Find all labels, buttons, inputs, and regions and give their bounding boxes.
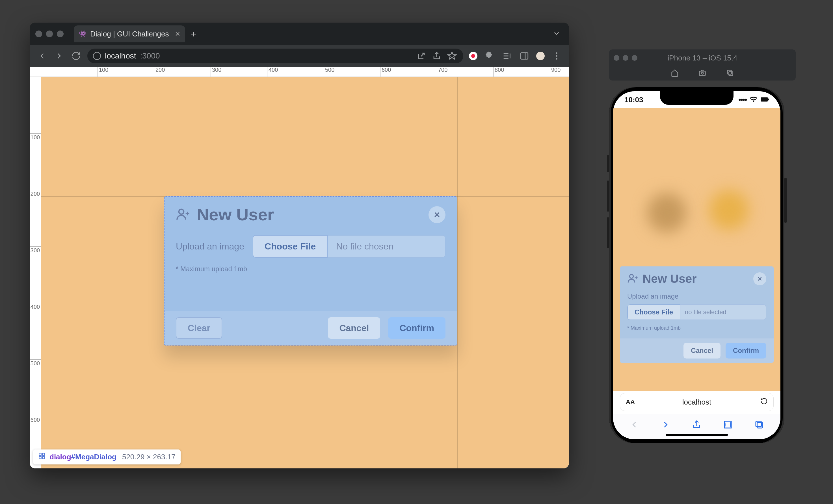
dialog-close-button[interactable] (753, 272, 766, 285)
add-user-icon (627, 273, 639, 285)
grid-icon (38, 452, 46, 462)
ruler-tick: 200 (154, 67, 165, 77)
devtools-selector-pill[interactable]: dialog#MegaDialog 520.29 × 263.17 (33, 450, 181, 464)
close-tab-icon[interactable]: × (175, 29, 180, 39)
phone-notch (660, 91, 734, 105)
reload-icon[interactable] (70, 50, 82, 61)
phone-power[interactable] (784, 178, 787, 223)
file-input[interactable]: Choose File no file selected (627, 304, 766, 320)
dialog-header: New User (165, 197, 457, 229)
file-status: no file selected (681, 304, 766, 320)
svg-point-4 (179, 209, 184, 214)
profile-avatar[interactable] (536, 52, 545, 60)
dialog-title: New User (197, 205, 274, 224)
ruler-tick: 300 (30, 246, 41, 254)
file-input[interactable]: Choose File No file chosen (253, 235, 446, 258)
copy-icon[interactable] (726, 69, 734, 78)
dialog-header: New User (620, 267, 774, 288)
dialog-body: Upload an image Choose File No file chos… (165, 229, 457, 275)
safari-viewport[interactable]: New User Upload an image Choose File no … (613, 108, 780, 391)
svg-rect-7 (39, 456, 41, 459)
page-canvas[interactable]: New User Upload an image Choose File No … (41, 77, 569, 469)
url-port: :3000 (140, 51, 160, 60)
simulator-titlebar[interactable]: iPhone 13 – iOS 15.4 (609, 49, 796, 67)
address-bar[interactable]: i localhost:3000 (87, 49, 463, 63)
ruler-tick: 900 (550, 67, 561, 77)
tab-strip: 👾 Dialog | GUI Challenges × + (30, 23, 569, 45)
confirm-button[interactable]: Confirm (725, 343, 766, 358)
traffic-light-max[interactable] (57, 30, 64, 37)
svg-rect-8 (42, 456, 45, 459)
svg-point-1 (556, 52, 557, 54)
media-icon[interactable] (501, 50, 513, 61)
svg-rect-0 (521, 53, 528, 59)
site-info-icon[interactable]: i (93, 52, 101, 60)
dialog-footer: Clear Cancel Confirm (165, 311, 457, 345)
svg-rect-16 (757, 423, 763, 428)
ruler-horizontal: 100 200 300 400 500 600 700 800 900 (41, 67, 569, 77)
home-icon[interactable] (671, 69, 679, 78)
phone-vol-down[interactable] (607, 217, 609, 248)
traffic-light-min[interactable] (623, 55, 628, 61)
clear-button[interactable]: Clear (176, 317, 222, 339)
recorder-icon[interactable] (469, 52, 477, 60)
extensions-icon[interactable] (484, 50, 495, 61)
ruler-tick: 400 (30, 303, 41, 310)
forward-icon[interactable] (53, 50, 65, 61)
svg-rect-5 (39, 453, 41, 455)
back-icon[interactable] (37, 50, 48, 61)
ruler-tick: 200 (30, 190, 41, 197)
bookmark-icon[interactable] (446, 50, 458, 61)
upload-hint: * Maximum upload 1mb (176, 265, 446, 273)
safari-url-bar[interactable]: AA localhost (620, 393, 774, 411)
forward-icon[interactable] (661, 420, 671, 431)
back-icon[interactable] (629, 420, 639, 431)
home-indicator[interactable] (666, 434, 728, 436)
menu-icon[interactable] (551, 50, 562, 61)
battery-icon (761, 96, 769, 104)
traffic-light-close[interactable] (35, 30, 42, 37)
traffic-light-min[interactable] (46, 30, 53, 37)
browser-window: 👾 Dialog | GUI Challenges × + i localhos… (30, 23, 569, 469)
ruler-corner (30, 67, 41, 77)
confirm-button[interactable]: Confirm (388, 317, 446, 339)
panel-icon[interactable] (519, 50, 530, 61)
reload-icon[interactable] (760, 398, 768, 407)
new-tab-button[interactable]: + (191, 28, 196, 40)
dialog-close-button[interactable] (429, 206, 446, 223)
tabs-icon[interactable] (754, 420, 764, 431)
svg-rect-9 (699, 71, 706, 75)
window-controls[interactable] (35, 30, 64, 37)
choose-file-button[interactable]: Choose File (253, 235, 328, 258)
browser-tab[interactable]: 👾 Dialog | GUI Challenges × (74, 25, 185, 42)
bookmarks-icon[interactable] (723, 420, 733, 431)
traffic-light-close[interactable] (614, 55, 619, 61)
svg-rect-13 (761, 97, 768, 101)
share-icon[interactable] (692, 420, 702, 431)
mega-dialog: New User Upload an image Choose File No … (164, 196, 457, 346)
cancel-button[interactable]: Cancel (328, 317, 380, 339)
phone-silence-switch[interactable] (607, 155, 609, 172)
open-external-icon[interactable] (416, 50, 427, 61)
toolbar-right (469, 50, 562, 61)
phone-vol-up[interactable] (607, 180, 609, 211)
cancel-button[interactable]: Cancel (684, 343, 720, 358)
dialog-title: New User (642, 272, 696, 286)
svg-rect-6 (42, 453, 45, 455)
ruler-tick: 500 (30, 359, 41, 367)
blur-blob (647, 193, 687, 232)
choose-file-button[interactable]: Choose File (627, 304, 681, 320)
mega-dialog-mobile: New User Upload an image Choose File no … (620, 267, 774, 363)
upload-label: Upload an image (176, 241, 244, 252)
svg-point-10 (701, 72, 704, 74)
tab-overflow-icon[interactable] (553, 29, 561, 39)
screenshot-icon[interactable] (698, 69, 706, 78)
traffic-light-max[interactable] (632, 55, 637, 61)
add-user-icon (176, 207, 191, 223)
ruler-tick: 600 (30, 416, 41, 423)
blur-blob (709, 190, 749, 230)
ruler-tick: 500 (324, 67, 334, 77)
text-size-icon[interactable]: AA (626, 398, 635, 406)
svg-rect-14 (768, 98, 769, 100)
share-icon[interactable] (431, 50, 443, 61)
